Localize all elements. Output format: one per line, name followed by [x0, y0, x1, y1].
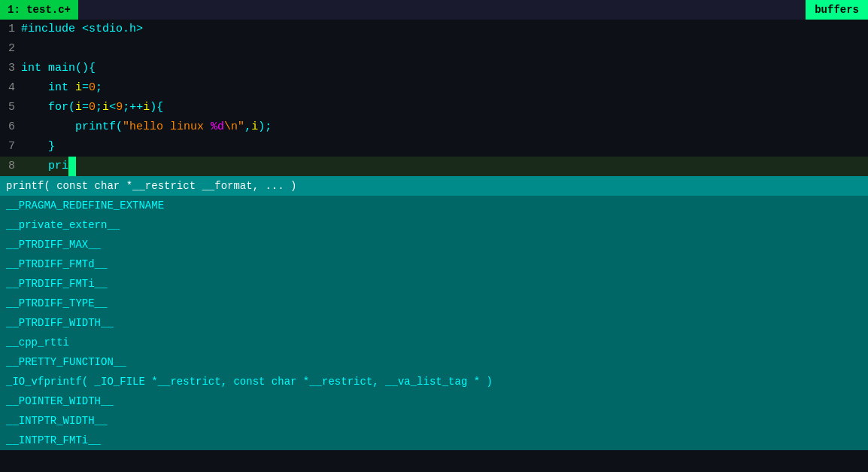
line-content-1: #include <stdio.h>	[21, 20, 868, 39]
line-content-4: int i=0;	[21, 78, 868, 98]
line-content-3: int main(){	[21, 59, 868, 78]
autocomplete-item-2[interactable]: __private_extern__	[0, 215, 868, 235]
tab-label[interactable]: 1: test.c+	[0, 0, 78, 20]
line-number-2: 2	[0, 39, 21, 59]
code-line-4: 4 int i=0;	[0, 78, 868, 98]
code-line-6: 6 printf("hello linux %d\n",i);	[0, 117, 868, 137]
autocomplete-item-11[interactable]: __POINTER_WIDTH__	[0, 391, 868, 411]
code-line-8: 8 pri	[0, 157, 868, 176]
autocomplete-item-0[interactable]: printf( const char *__restrict __format,…	[0, 176, 868, 196]
autocomplete-item-7[interactable]: __PTRDIFF_WIDTH__	[0, 313, 868, 333]
autocomplete-item-3[interactable]: __PTRDIFF_MAX__	[0, 235, 868, 254]
autocomplete-item-6[interactable]: __PTRDIFF_TYPE__	[0, 294, 868, 313]
line-content-7: }	[21, 137, 868, 157]
code-line-1: 1 #include <stdio.h>	[0, 20, 868, 39]
buffers-button[interactable]: buffers	[806, 0, 868, 20]
line-number-8: 8	[0, 157, 21, 176]
line-content-6: printf("hello linux %d\n",i);	[21, 117, 868, 137]
editor: 1: test.c+ buffers 1 #include <stdio.h> …	[0, 0, 868, 472]
line-number-5: 5	[0, 98, 21, 117]
line-number-6: 6	[0, 117, 21, 137]
code-line-7: 7 }	[0, 137, 868, 157]
tab-bar: 1: test.c+ buffers	[0, 0, 868, 20]
autocomplete-item-12[interactable]: __INTPTR_WIDTH__	[0, 411, 868, 431]
cursor	[68, 157, 76, 176]
autocomplete-item-5[interactable]: __PTRDIFF_FMTi__	[0, 274, 868, 294]
autocomplete-item-9[interactable]: __PRETTY_FUNCTION__	[0, 352, 868, 372]
autocomplete-item-4[interactable]: __PTRDIFF_FMTd__	[0, 254, 868, 274]
line-number-1: 1	[0, 20, 21, 39]
code-area: 1 #include <stdio.h> 2 3 int main(){ 4 i…	[0, 20, 868, 472]
autocomplete-item-8[interactable]: __cpp_rtti	[0, 333, 868, 352]
line-number-3: 3	[0, 59, 21, 78]
code-line-3: 3 int main(){	[0, 59, 868, 78]
code-line-2: 2	[0, 39, 868, 59]
line-number-7: 7	[0, 137, 21, 157]
autocomplete-item-10[interactable]: _IO_vfprintf( _IO_FILE *__restrict, cons…	[0, 372, 868, 391]
autocomplete-item-1[interactable]: __PRAGMA_REDEFINE_EXTNAME	[0, 196, 868, 215]
line-content-5: for(i=0;i<9;++i){	[21, 98, 868, 117]
line-number-4: 4	[0, 78, 21, 98]
code-line-5: 5 for(i=0;i<9;++i){	[0, 98, 868, 117]
line-content-8: pri	[21, 157, 868, 176]
autocomplete-dropdown[interactable]: printf( const char *__restrict __format,…	[0, 176, 868, 450]
autocomplete-item-13[interactable]: __INTPTR_FMTi__	[0, 431, 868, 450]
